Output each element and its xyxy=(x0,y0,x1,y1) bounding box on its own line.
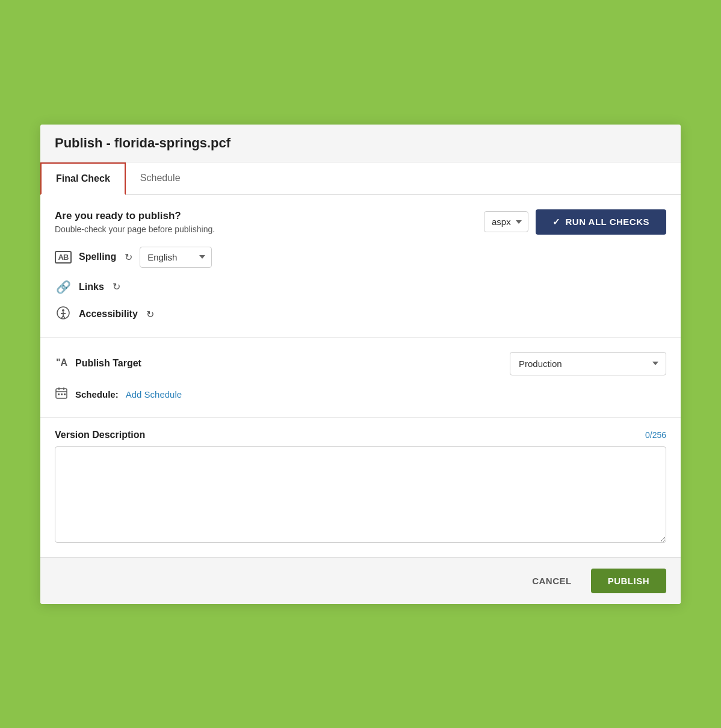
svg-text:"A": "A" xyxy=(56,357,68,368)
tab-schedule[interactable]: Schedule xyxy=(126,162,195,194)
ready-row: Are you ready to publish? Double-check y… xyxy=(55,209,666,235)
publish-dialog: Publish - florida-springs.pcf Final Chec… xyxy=(40,125,681,604)
spelling-icon: AB xyxy=(55,251,72,264)
svg-rect-13 xyxy=(64,393,66,395)
links-icon: 🔗 xyxy=(55,280,72,294)
add-schedule-link[interactable]: Add Schedule xyxy=(126,389,182,399)
aspx-select[interactable]: aspx xyxy=(484,211,528,232)
dialog-title-bar: Publish - florida-springs.pcf xyxy=(40,125,681,162)
links-label: Links xyxy=(79,282,104,292)
version-description-label: Version Description xyxy=(55,430,145,440)
schedule-row: Schedule: Add Schedule xyxy=(55,386,666,403)
svg-rect-11 xyxy=(58,393,60,395)
version-header: Version Description 0/256 xyxy=(55,430,666,440)
dialog-wrapper: Publish - florida-springs.pcf Final Chec… xyxy=(36,120,685,609)
publish-target-icon: "A" xyxy=(55,356,68,372)
ready-section: Are you ready to publish? Double-check y… xyxy=(40,195,681,338)
links-refresh-icon[interactable]: ↻ xyxy=(113,281,120,292)
production-select[interactable]: Production Staging xyxy=(510,352,666,375)
version-description-textarea[interactable] xyxy=(55,446,666,543)
svg-point-1 xyxy=(62,309,64,312)
publish-target-row: "A" Publish Target Production Staging xyxy=(55,352,666,375)
ready-subtext: Double-check your page before publishing… xyxy=(55,224,215,234)
accessibility-icon xyxy=(55,306,72,322)
publish-button[interactable]: PUBLISH xyxy=(591,569,666,593)
schedule-text-label: Schedule: xyxy=(75,389,119,399)
ready-text: Are you ready to publish? Double-check y… xyxy=(55,210,215,234)
version-count: 0/256 xyxy=(645,430,666,440)
accessibility-refresh-icon[interactable]: ↻ xyxy=(146,309,154,320)
publish-target-label: Publish Target xyxy=(75,358,141,369)
dialog-title: Publish - florida-springs.pcf xyxy=(55,135,231,150)
cancel-button[interactable]: CANCEL xyxy=(522,570,581,592)
tabs-row: Final Check Schedule xyxy=(40,162,681,195)
svg-line-5 xyxy=(63,316,65,318)
spelling-check-row: AB Spelling ↻ English Spanish French xyxy=(55,247,666,268)
accessibility-check-row: Accessibility ↻ xyxy=(55,306,666,322)
tab-final-check[interactable]: Final Check xyxy=(40,162,126,195)
checkmark-icon: ✓ xyxy=(552,217,561,227)
ready-actions: aspx ✓ RUN ALL CHECKS xyxy=(484,209,666,235)
dialog-footer: CANCEL PUBLISH xyxy=(40,558,681,604)
ready-heading: Are you ready to publish? xyxy=(55,210,215,222)
publish-target-left: "A" Publish Target xyxy=(55,356,141,372)
accessibility-label: Accessibility xyxy=(79,309,138,319)
version-description-section: Version Description 0/256 xyxy=(40,418,681,558)
run-all-checks-button[interactable]: ✓ RUN ALL CHECKS xyxy=(536,209,666,235)
schedule-calendar-icon xyxy=(55,386,68,403)
check-rows: AB Spelling ↻ English Spanish French 🔗 L… xyxy=(55,247,666,322)
language-select[interactable]: English Spanish French xyxy=(140,247,212,268)
spelling-label: Spelling xyxy=(79,251,116,262)
publish-target-section: "A" Publish Target Production Staging xyxy=(40,338,681,418)
links-check-row: 🔗 Links ↻ xyxy=(55,280,666,294)
spelling-refresh-icon[interactable]: ↻ xyxy=(125,251,132,263)
svg-rect-12 xyxy=(61,393,63,395)
